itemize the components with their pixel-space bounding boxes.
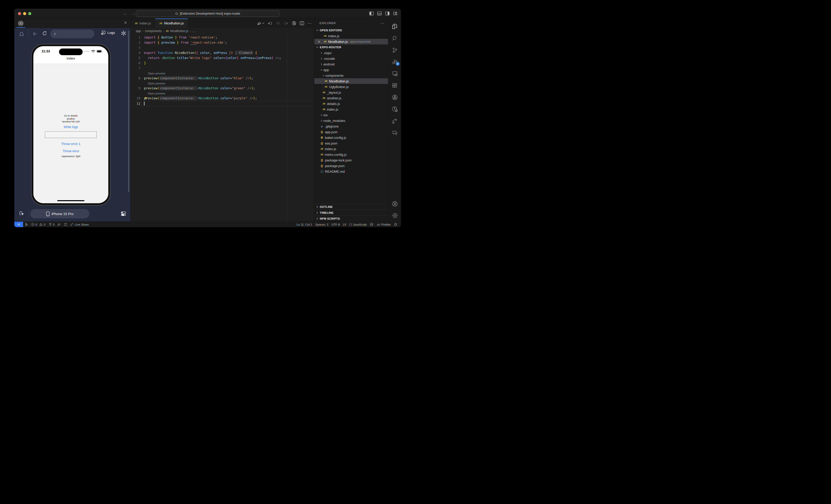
device-settings-toggles-icon[interactable] bbox=[120, 210, 127, 217]
code-line-8[interactable]: 8preview(componentInstance: <NiceButton … bbox=[131, 76, 314, 81]
statusbar-cursor-position[interactable]: Ln 11, Col 1 bbox=[295, 223, 314, 226]
go-to-details-link[interactable]: Go to details bbox=[64, 114, 78, 117]
activitybar-search-graph[interactable] bbox=[388, 103, 401, 115]
radon-ide-logo-icon[interactable] bbox=[18, 20, 24, 27]
explorer-more-actions-icon[interactable]: ⋯ bbox=[381, 21, 384, 25]
statusbar-live-share[interactable]: Live Share bbox=[69, 222, 90, 227]
close-panel-icon[interactable] bbox=[124, 21, 127, 24]
tree-item-index-js[interactable]: JSindex.js bbox=[314, 146, 388, 152]
panel-scrollbar[interactable] bbox=[128, 31, 130, 192]
tree-item-another-js[interactable]: JSanother.js bbox=[314, 95, 388, 101]
codelens-open-preview[interactable]: Open preview bbox=[131, 81, 314, 86]
remote-indicator[interactable] bbox=[15, 222, 23, 227]
activitybar-comments[interactable] bbox=[388, 127, 401, 139]
tree-item-uglybutton-js[interactable]: JSUglyButton.js bbox=[314, 84, 388, 90]
tree-item-package-lock-json[interactable]: {}package-lock.json bbox=[314, 157, 388, 163]
history-back-icon[interactable]: ← bbox=[123, 11, 127, 16]
codelens-open-preview[interactable]: Open preview bbox=[131, 91, 314, 96]
follow-magnet-icon[interactable] bbox=[19, 31, 25, 37]
code-line-11[interactable]: 11 bbox=[131, 101, 314, 106]
activitybar-search[interactable] bbox=[388, 32, 401, 44]
step-back-icon[interactable] bbox=[268, 21, 273, 26]
url-bar[interactable]: / bbox=[50, 30, 94, 38]
tab-index-js[interactable]: JS index.js bbox=[131, 19, 155, 28]
code-editor[interactable]: 1import { Button } from 'react-native';2… bbox=[131, 34, 314, 221]
tree-item-eas-json[interactable]: {}eas.json bbox=[314, 140, 388, 146]
tree-item--gitignore[interactable]: ◆.gitignore bbox=[314, 123, 388, 129]
statusbar-indentation[interactable]: Spaces: 2 bbox=[314, 223, 330, 226]
activitybar-share[interactable] bbox=[388, 115, 401, 127]
command-center-search[interactable]: [Extension Development Host] expo-router bbox=[136, 10, 280, 17]
code-line-7[interactable]: 7 bbox=[131, 66, 314, 71]
statusbar-eol[interactable]: LF bbox=[341, 223, 348, 226]
npm-scripts-section[interactable]: NPM SCRIPTS bbox=[314, 215, 388, 221]
write-logs-button[interactable]: Write logs bbox=[64, 125, 78, 129]
code-line-1[interactable]: 1import { Button } from 'react-native'; bbox=[131, 35, 314, 40]
tree-item--layout-js[interactable]: JS_layout.js bbox=[314, 90, 388, 95]
project-section-expo-router[interactable]: EXPO-ROUTER bbox=[314, 45, 388, 50]
timeline-section[interactable]: TIMELINE bbox=[314, 210, 388, 215]
toggle-secondary-sidebar-icon[interactable] bbox=[385, 11, 390, 16]
breadcrumb[interactable]: app › components › JS NiceButton.js › ..… bbox=[131, 28, 314, 34]
statusbar-copilot[interactable] bbox=[368, 223, 375, 226]
activitybar-explorer[interactable] bbox=[388, 21, 401, 32]
code-line-9[interactable]: 9preview(componentInstance: <NiceButton … bbox=[131, 86, 314, 91]
run-debug-button[interactable] bbox=[257, 21, 265, 26]
minimize-window-button[interactable] bbox=[23, 12, 26, 15]
activitybar-account[interactable] bbox=[388, 198, 401, 210]
tree-item-ios[interactable]: ios bbox=[314, 112, 388, 118]
activitybar-source-control[interactable] bbox=[388, 44, 401, 56]
reload-icon[interactable] bbox=[42, 31, 47, 36]
tree-item-babel-config-js[interactable]: Bbabel.config.js bbox=[314, 135, 388, 140]
tree-item-node-modules[interactable]: node_modules bbox=[314, 118, 388, 123]
toggle-primary-sidebar-icon[interactable] bbox=[369, 11, 374, 16]
step-forward-icon[interactable] bbox=[284, 21, 288, 26]
device-selector[interactable]: iPhone 15 Pro bbox=[30, 209, 89, 218]
throw-error-1-button[interactable]: Throw error 1 bbox=[61, 142, 80, 146]
statusbar-debug[interactable] bbox=[56, 222, 62, 227]
tree-item-components[interactable]: components bbox=[314, 72, 388, 78]
statusbar-language[interactable]: { } JavaScript bbox=[348, 223, 368, 226]
breadcrumb-symbol[interactable]: ... bbox=[193, 29, 195, 33]
statusbar-branch[interactable] bbox=[23, 222, 30, 227]
element-inspector-icon[interactable] bbox=[19, 210, 25, 216]
activitybar-remote-explorer[interactable] bbox=[388, 68, 401, 80]
outline-section[interactable]: OUTLINE bbox=[314, 204, 388, 210]
text-input[interactable] bbox=[45, 131, 97, 138]
toggle-panel-icon[interactable] bbox=[377, 11, 382, 16]
tree-item-android[interactable]: android bbox=[314, 61, 388, 67]
open-editor-index-js[interactable]: JS index.js bbox=[314, 33, 388, 39]
split-editor-icon[interactable] bbox=[300, 21, 304, 25]
tree-item-metro-config-js[interactable]: JSmetro.config.js bbox=[314, 152, 388, 157]
timeline-graph-icon[interactable] bbox=[291, 21, 296, 26]
more-actions-icon[interactable]: ⋯ bbox=[308, 21, 312, 26]
tree-item-app[interactable]: app bbox=[314, 67, 388, 72]
tree-item-nicebutton-js[interactable]: JSNiceButton.js bbox=[314, 78, 388, 84]
breadcrumb-file[interactable]: NiceButton.js bbox=[170, 29, 189, 33]
another-id-link[interactable]: /another?id=100 bbox=[62, 120, 80, 123]
tree-item-package-json[interactable]: {}package.json bbox=[314, 163, 388, 169]
code-line-5[interactable]: 5 return <Button title="Write logs" colo… bbox=[131, 55, 314, 61]
history-forward-icon[interactable]: → bbox=[132, 11, 135, 16]
maximize-window-button[interactable] bbox=[28, 12, 31, 15]
code-line-10[interactable]: 10preview(componentInstance: <NiceButton… bbox=[131, 96, 314, 101]
tree-item-details-js[interactable]: JSdetails.js bbox=[314, 101, 388, 107]
close-window-button[interactable] bbox=[18, 12, 21, 15]
throw-error-button[interactable]: Throw error bbox=[63, 149, 79, 153]
open-editor-nicebutton-js[interactable]: JS NiceButton.js app/components bbox=[314, 39, 388, 45]
logs-button[interactable]: Logs bbox=[101, 30, 115, 35]
step-current-icon[interactable] bbox=[276, 21, 280, 25]
tree-item--expo[interactable]: .expo bbox=[314, 50, 388, 56]
activitybar-live-share[interactable] bbox=[388, 91, 401, 103]
statusbar-notifications[interactable] bbox=[393, 223, 399, 226]
close-editor-icon[interactable] bbox=[317, 40, 321, 43]
code-line-6[interactable]: 6} bbox=[131, 61, 314, 66]
statusbar-encoding[interactable]: UTF-8 bbox=[330, 223, 342, 226]
open-editors-section[interactable]: OPEN EDITORS bbox=[314, 27, 388, 33]
statusbar-formatter[interactable]: Prettier bbox=[375, 223, 393, 226]
simulator-settings-gear-icon[interactable] bbox=[121, 31, 126, 36]
tree-item-app-json[interactable]: {}app.json bbox=[314, 129, 388, 135]
statusbar-problems[interactable]: 0 0 bbox=[30, 222, 47, 227]
tree-item--vscode[interactable]: .vscode bbox=[314, 56, 388, 61]
breadcrumb-components[interactable]: components bbox=[145, 29, 162, 33]
